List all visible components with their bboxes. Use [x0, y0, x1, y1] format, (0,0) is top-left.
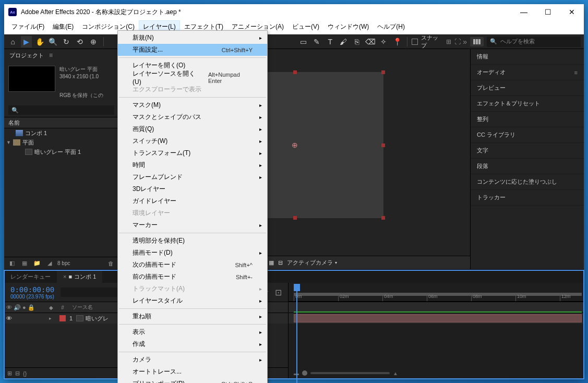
- menu-prev-blend[interactable]: 前の描画モードShift+-: [118, 271, 267, 283]
- layer-color-chip[interactable]: [59, 315, 66, 321]
- visibility-header-icon[interactable]: 👁: [6, 304, 12, 310]
- menu-create[interactable]: 作成: [118, 338, 267, 350]
- audio-header-icon[interactable]: 🔊: [14, 304, 21, 311]
- source-name-header[interactable]: ソース名: [68, 304, 93, 311]
- menu-frame-blend[interactable]: フレームブレンド: [118, 171, 267, 183]
- menu-3d-layer[interactable]: 3Dレイヤー: [118, 183, 267, 195]
- menu-open-source[interactable]: レイヤーソースを開く(U)Alt+Numpad Enter: [118, 71, 267, 83]
- panel-tracker[interactable]: トラッカー: [471, 190, 584, 206]
- visibility-toggle-icon[interactable]: 👁: [6, 315, 12, 321]
- number-header[interactable]: #: [57, 305, 68, 310]
- color-depth-icon[interactable]: ◢: [45, 259, 54, 268]
- menu-time[interactable]: 時間: [118, 159, 267, 171]
- camera-dropdown[interactable]: アクティブカメラ▾: [287, 259, 337, 267]
- lock-header-icon[interactable]: 🔒: [28, 304, 35, 311]
- menu-mask-shape[interactable]: マスクとシェイプのパス: [118, 111, 267, 123]
- menu-next-blend[interactable]: 次の描画モードShift+^: [118, 259, 267, 271]
- maximize-button[interactable]: ☐: [536, 4, 560, 20]
- menu-marker[interactable]: マーカー: [118, 219, 267, 231]
- menu-new[interactable]: 新規(N): [118, 32, 267, 44]
- time-ruler[interactable]: 0m 02m 04m 06m 08m 10m 12m: [289, 283, 584, 302]
- layer-bar[interactable]: [294, 314, 582, 322]
- label-header-icon[interactable]: ◆: [49, 305, 57, 310]
- playhead[interactable]: [294, 284, 300, 291]
- menu-camera[interactable]: カメラ: [118, 354, 267, 366]
- rotate-tool-icon[interactable]: ⟲: [74, 36, 86, 47]
- panel-cclib[interactable]: CC ライブラリ: [471, 127, 584, 143]
- zoom-tool-icon[interactable]: 🔍: [47, 36, 59, 47]
- menu-window[interactable]: ウィンドウ(W): [323, 20, 373, 33]
- menu-switches[interactable]: スイッチ(W): [118, 135, 267, 147]
- panel-align[interactable]: 整列: [471, 112, 584, 127]
- resize-handle[interactable]: [381, 143, 385, 147]
- delete-icon[interactable]: 🗑: [106, 259, 115, 268]
- panel-menu-icon[interactable]: ≡: [49, 52, 53, 59]
- resize-handle[interactable]: [293, 216, 297, 220]
- help-search[interactable]: 🔍 ヘルプを検索: [487, 37, 581, 47]
- grid-icon[interactable]: ▦: [269, 259, 274, 266]
- guides-icon[interactable]: ⊟: [278, 259, 283, 266]
- panel-preview[interactable]: プレビュー: [471, 80, 584, 96]
- clone-tool-icon[interactable]: ⎘: [351, 36, 363, 47]
- panel-audio[interactable]: オーディオ: [471, 65, 584, 80]
- anchor-tool-icon[interactable]: ⊕: [88, 36, 99, 47]
- tree-item-solid[interactable]: 暗いグレー 平面 1: [4, 147, 118, 157]
- roto-tool-icon[interactable]: ✧: [378, 36, 390, 47]
- menu-edit[interactable]: 編集(E): [49, 20, 78, 33]
- close-button[interactable]: ✕: [560, 4, 584, 20]
- anchor-point-icon[interactable]: ⊕: [292, 141, 298, 149]
- project-search[interactable]: 🔍: [8, 105, 114, 115]
- timeline-zoom-slider[interactable]: ▬ ▲: [294, 370, 398, 376]
- timecode-display[interactable]: 0:00:00:00: [10, 285, 54, 294]
- menu-auto-trace[interactable]: オートトレース...: [118, 366, 267, 378]
- menu-quality[interactable]: 画質(Q): [118, 123, 267, 135]
- resize-handle[interactable]: [381, 70, 385, 74]
- panel-effects[interactable]: エフェクト＆プリセット: [471, 96, 584, 112]
- panel-info[interactable]: 情報: [471, 49, 584, 65]
- menu-solid-settings[interactable]: 平面設定...Ctrl+Shift+Y: [118, 44, 267, 56]
- toggle-switches-icon[interactable]: ⊞: [7, 370, 12, 377]
- shape-tool-icon[interactable]: ▭: [298, 36, 309, 47]
- project-header-name[interactable]: 名前: [4, 117, 118, 128]
- tree-item-comp[interactable]: コンポ 1: [4, 128, 118, 138]
- snap-checkbox[interactable]: [412, 39, 418, 45]
- hand-tool-icon[interactable]: ✋: [34, 36, 45, 47]
- workspace-switcher-icon[interactable]: [470, 37, 484, 46]
- new-folder-icon[interactable]: 📁: [32, 259, 42, 268]
- tree-item-folder[interactable]: ▼ 平面: [4, 138, 118, 147]
- brace-icon[interactable]: {}: [23, 370, 27, 377]
- menu-blend-mode[interactable]: 描画モード(D): [118, 247, 267, 259]
- orbit-tool-icon[interactable]: ↻: [61, 36, 73, 47]
- timeline-tracks[interactable]: 0m 02m 04m 06m 08m 10m 12m ▬: [289, 283, 584, 379]
- brush-tool-icon[interactable]: 🖌: [338, 36, 350, 47]
- puppet-tool-icon[interactable]: 📍: [391, 36, 403, 47]
- minimize-button[interactable]: —: [512, 4, 536, 20]
- menu-guide-layer[interactable]: ガイドレイヤー: [118, 195, 267, 207]
- snap-option2-icon[interactable]: ⛶: [454, 38, 461, 45]
- menu-arrange[interactable]: 重ね順: [118, 310, 267, 322]
- panel-character[interactable]: 文字: [471, 143, 584, 159]
- work-area-bar[interactable]: [294, 293, 582, 296]
- snap-option-icon[interactable]: ⊞: [446, 38, 451, 45]
- new-comp-icon[interactable]: ▦: [20, 259, 29, 268]
- selection-tool-icon[interactable]: ▶: [21, 36, 32, 47]
- switch-icon[interactable]: ⊡: [275, 288, 282, 297]
- menu-help[interactable]: ヘルプ(H): [373, 20, 409, 33]
- text-tool-icon[interactable]: T: [325, 36, 336, 47]
- eraser-tool-icon[interactable]: ⌫: [365, 36, 376, 47]
- toggle-modes-icon[interactable]: ⊟: [15, 370, 20, 377]
- menu-preserve-transparency[interactable]: 透明部分を保持(E): [118, 235, 267, 247]
- solo-header-icon[interactable]: ●: [22, 304, 26, 310]
- menu-mask[interactable]: マスク(M): [118, 99, 267, 111]
- resize-handle[interactable]: [293, 70, 297, 74]
- menu-show[interactable]: 表示: [118, 326, 267, 338]
- pen-tool-icon[interactable]: ✎: [311, 36, 322, 47]
- tab-composition[interactable]: ×■コンポ 1: [57, 270, 102, 283]
- menu-view[interactable]: ビュー(V): [288, 20, 323, 33]
- home-icon[interactable]: ⌂: [7, 36, 19, 47]
- bpc-label[interactable]: 8 bpc: [57, 260, 70, 266]
- menu-layer-style[interactable]: レイヤースタイル: [118, 295, 267, 307]
- menu-file[interactable]: ファイル(F): [7, 20, 49, 33]
- panel-paragraph[interactable]: 段落: [471, 159, 584, 174]
- resize-handle[interactable]: [381, 216, 385, 220]
